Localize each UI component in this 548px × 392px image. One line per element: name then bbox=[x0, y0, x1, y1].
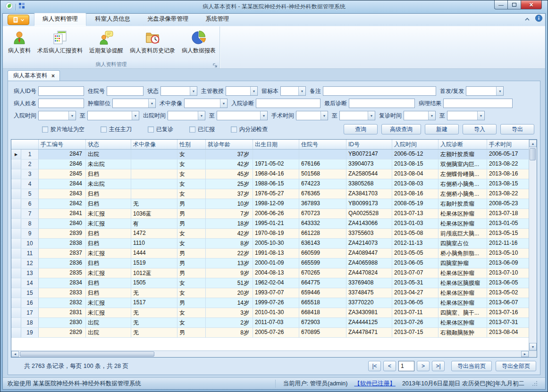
column-header-11[interactable]: 手术时间 bbox=[487, 140, 529, 149]
table-cell[interactable]: 右侧桥小脑角... bbox=[438, 179, 487, 189]
table-cell[interactable]: 7岁 bbox=[206, 209, 253, 218]
table-cell[interactable]: 2846 bbox=[39, 159, 86, 169]
table-cell[interactable]: 四脑室占位 bbox=[438, 239, 487, 248]
table-cell[interactable]: 男 bbox=[177, 259, 206, 268]
table-cell[interactable]: 20岁 bbox=[206, 288, 253, 298]
table-cell[interactable]: 33904073 bbox=[346, 159, 392, 169]
horizontal-scroll-thumb[interactable] bbox=[20, 351, 154, 357]
table-cell[interactable] bbox=[131, 189, 177, 199]
table-cell[interactable]: 2013-07-15 bbox=[392, 328, 438, 337]
combo-dropdown-icon[interactable]: ▼ bbox=[477, 111, 484, 120]
table-cell[interactable]: 女 bbox=[177, 150, 206, 159]
table-cell[interactable]: 8岁 bbox=[206, 328, 253, 337]
table-row[interactable]: 32845归档女45岁1968-04-16501568ZA25805442013… bbox=[11, 169, 529, 179]
search-combo[interactable]: ▼ bbox=[38, 111, 76, 120]
row-indicator[interactable] bbox=[11, 328, 21, 337]
close-button[interactable]: × bbox=[521, 0, 542, 9]
table-cell[interactable]: 2013-08-15 bbox=[392, 159, 438, 169]
search-combo[interactable]: ▼ bbox=[168, 111, 205, 120]
table-row[interactable]: 122836归档1519男13岁2000-01-09665599ZA406598… bbox=[11, 259, 529, 268]
table-cell[interactable]: 636143 bbox=[299, 239, 346, 248]
close-tab-icon[interactable]: × bbox=[51, 73, 55, 79]
checkbox-2[interactable]: 主任主刀 bbox=[101, 125, 132, 133]
table-cell[interactable]: 2006-05-12 bbox=[392, 150, 438, 159]
row-number[interactable]: 2 bbox=[21, 159, 39, 169]
table-row[interactable]: 192829出院无男8岁2005-07-26670895ZA4478471201… bbox=[11, 328, 529, 338]
search-combo[interactable]: ▼ bbox=[160, 86, 197, 96]
search-combo[interactable]: ▼ bbox=[296, 111, 328, 120]
table-cell[interactable]: ZA4089447 bbox=[346, 249, 392, 258]
table-cell[interactable]: 2013-08-04 bbox=[487, 328, 529, 337]
table-cell[interactable]: 1970-08-19 bbox=[253, 229, 299, 238]
row-indicator[interactable] bbox=[11, 308, 21, 317]
table-cell[interactable]: 无 bbox=[131, 308, 177, 317]
table-cell[interactable]: 女 bbox=[177, 189, 206, 199]
table-cell[interactable]: 未汇报 bbox=[86, 298, 131, 308]
table-cell[interactable]: 8岁 bbox=[206, 239, 253, 248]
table-cell[interactable]: 33755603 bbox=[346, 229, 392, 238]
search-combo[interactable]: ▼ bbox=[339, 111, 375, 120]
table-cell[interactable]: 14岁 bbox=[206, 298, 253, 308]
postop-report-button[interactable]: 术后病人汇报资料 bbox=[34, 27, 86, 60]
license-status-link[interactable]: 【软件已注册】 bbox=[354, 380, 396, 388]
table-cell[interactable]: QA0025528 bbox=[346, 209, 392, 218]
row-number[interactable]: 7 bbox=[21, 209, 39, 218]
table-cell[interactable]: 归档 bbox=[86, 288, 131, 298]
table-cell[interactable]: 1976-05-27 bbox=[253, 189, 299, 199]
table-cell[interactable]: 2013-07-07 bbox=[392, 268, 438, 278]
export-current-page-button[interactable]: 导出当前页 bbox=[451, 361, 492, 371]
table-cell[interactable]: 661228 bbox=[299, 229, 346, 238]
table-cell[interactable]: 2829 bbox=[39, 328, 86, 337]
patient-history-button[interactable]: 病人资料历史记录 bbox=[126, 27, 178, 60]
next-page-button[interactable]: > bbox=[417, 361, 430, 371]
info-icon[interactable] bbox=[535, 15, 542, 24]
row-indicator[interactable] bbox=[11, 199, 21, 209]
table-cell[interactable]: 四脑室、脑干... bbox=[438, 308, 487, 317]
checkbox-box[interactable] bbox=[189, 126, 195, 133]
ribbon-tab-patient-management[interactable]: 病人资料管理 bbox=[34, 13, 86, 26]
row-number[interactable]: 4 bbox=[21, 179, 39, 189]
table-cell[interactable]: ZA4065988 bbox=[346, 259, 392, 268]
table-cell[interactable]: 四脑室肿瘤 bbox=[438, 259, 487, 268]
revisit-reminder-button[interactable]: 近期复诊提醒 bbox=[86, 27, 126, 60]
search-combo[interactable]: ▼ bbox=[184, 99, 228, 108]
table-cell[interactable]: 1999-07-26 bbox=[253, 298, 299, 308]
table-cell[interactable]: 归档 bbox=[86, 169, 131, 179]
table-cell[interactable]: 2008-05-19 bbox=[392, 199, 438, 209]
table-cell[interactable]: 1444 bbox=[131, 249, 177, 258]
table-cell[interactable]: 男 bbox=[177, 199, 206, 209]
table-cell[interactable]: 668418 bbox=[299, 308, 346, 317]
search-combo[interactable]: ▼ bbox=[466, 86, 504, 96]
table-cell[interactable]: 2013-07-31 bbox=[487, 318, 529, 327]
table-cell[interactable]: 25岁 bbox=[206, 179, 253, 189]
table-cell[interactable]: 2013-08-16 bbox=[392, 189, 438, 199]
combo-dropdown-icon[interactable]: ▼ bbox=[68, 111, 76, 120]
row-indicator[interactable] bbox=[11, 239, 21, 248]
table-row[interactable]: 132835未汇报1012蓝男9岁2004-08-13670265ZA44708… bbox=[11, 268, 529, 278]
vertical-scroll-thumb[interactable] bbox=[530, 148, 536, 160]
table-cell[interactable]: 670265 bbox=[299, 268, 346, 278]
column-header-2[interactable]: 状态 bbox=[86, 140, 131, 149]
search-combo[interactable]: ▼ bbox=[447, 111, 485, 120]
horizontal-scrollbar[interactable]: ◄ ► bbox=[11, 350, 537, 357]
table-cell[interactable]: 2011-07-03 bbox=[253, 318, 299, 327]
import-button[interactable]: 导入 bbox=[463, 124, 497, 134]
column-header-5[interactable]: 就诊年龄 bbox=[206, 140, 253, 149]
table-cell[interactable]: 45岁 bbox=[206, 169, 253, 179]
search-text-input[interactable] bbox=[107, 86, 143, 96]
column-header-1[interactable]: 手工编号 bbox=[39, 140, 86, 149]
combo-dropdown-icon[interactable]: ▼ bbox=[220, 99, 227, 108]
table-cell[interactable] bbox=[131, 169, 177, 179]
table-cell[interactable]: 37岁 bbox=[206, 150, 253, 159]
table-cell[interactable]: 33769408 bbox=[346, 278, 392, 288]
table-cell[interactable]: 2013-07-11 bbox=[392, 308, 438, 317]
search-text-input[interactable] bbox=[38, 99, 84, 108]
table-cell[interactable] bbox=[131, 150, 177, 159]
new-button[interactable]: 新建 bbox=[425, 124, 459, 134]
row-indicator[interactable] bbox=[11, 219, 21, 228]
maximize-button[interactable] bbox=[508, 0, 521, 9]
table-cell[interactable]: 1998-12-09 bbox=[253, 199, 299, 209]
table-cell[interactable]: 2013-05-15 bbox=[487, 229, 529, 238]
column-header-10[interactable]: 入院诊断 bbox=[438, 140, 487, 149]
table-cell[interactable]: 2006-06-26 bbox=[253, 209, 299, 218]
